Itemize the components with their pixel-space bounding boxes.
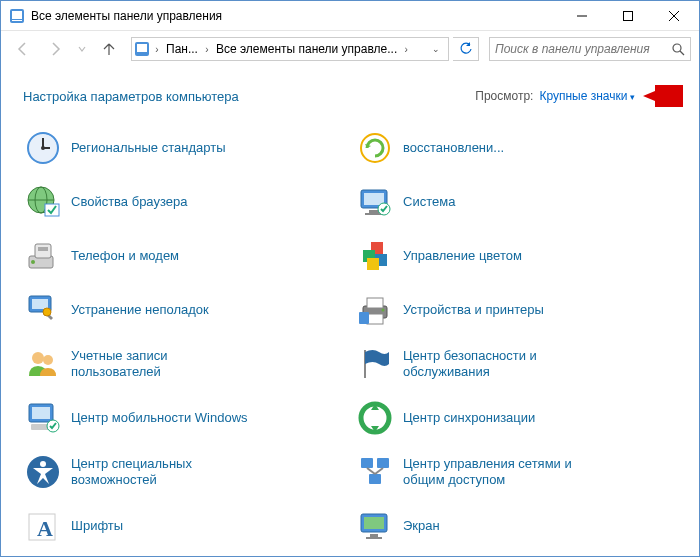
system-icon xyxy=(355,182,395,222)
item-troubleshooting[interactable]: Устранение неполадок xyxy=(23,287,351,333)
annotation-arrow xyxy=(643,85,683,107)
item-label: Устранение неполадок xyxy=(71,302,209,318)
svg-rect-1 xyxy=(12,11,22,19)
back-button[interactable] xyxy=(9,35,37,63)
svg-line-55 xyxy=(375,468,383,474)
recovery-icon xyxy=(355,128,395,168)
display-icon xyxy=(355,506,395,546)
item-label: Устройства и принтеры xyxy=(403,302,544,318)
printer-icon xyxy=(355,290,395,330)
item-sync-center[interactable]: Центр синхронизации xyxy=(355,395,683,441)
svg-point-42 xyxy=(43,355,53,365)
svg-rect-61 xyxy=(366,537,382,539)
chevron-right-icon: › xyxy=(202,44,212,55)
view-dropdown[interactable]: Крупные значки xyxy=(539,89,635,103)
svg-point-39 xyxy=(382,309,385,312)
mobility-icon xyxy=(23,398,63,438)
search-box[interactable] xyxy=(489,37,691,61)
svg-line-10 xyxy=(680,51,684,55)
minimize-button[interactable] xyxy=(559,1,605,31)
svg-rect-52 xyxy=(377,458,389,468)
forward-button[interactable] xyxy=(41,35,69,63)
item-regional[interactable]: Региональные стандарты xyxy=(23,125,351,171)
titlebar: Все элементы панели управления xyxy=(1,1,699,31)
svg-point-41 xyxy=(32,352,44,364)
breadcrumb-item[interactable]: Все элементы панели управле... xyxy=(214,42,399,56)
item-internet-options[interactable]: Свойства браузера xyxy=(23,179,351,225)
svg-rect-4 xyxy=(624,11,633,20)
item-label: Центр мобильности Windows xyxy=(71,410,248,426)
sync-icon xyxy=(355,398,395,438)
header-row: Настройка параметров компьютера Просмотр… xyxy=(23,85,683,107)
svg-point-35 xyxy=(43,308,51,316)
item-fonts[interactable]: A Шрифты xyxy=(23,503,351,549)
accessibility-icon xyxy=(23,452,63,492)
item-label: Центр специальных возможностей xyxy=(71,456,251,489)
page-title: Настройка параметров компьютера xyxy=(23,89,475,104)
search-input[interactable] xyxy=(495,42,671,56)
svg-rect-38 xyxy=(367,314,383,324)
item-label: Шрифты xyxy=(71,518,123,534)
svg-rect-45 xyxy=(32,407,50,419)
item-label: Экран xyxy=(403,518,440,534)
items-grid: Региональные стандарты восстановлени... … xyxy=(23,125,683,557)
breadcrumb[interactable]: › Пан... › Все элементы панели управле..… xyxy=(131,37,449,61)
breadcrumb-item[interactable]: Пан... xyxy=(164,42,200,56)
flag-icon xyxy=(355,344,395,384)
breadcrumb-dropdown[interactable]: ⌄ xyxy=(426,44,446,54)
globe-check-icon xyxy=(23,182,63,222)
svg-rect-40 xyxy=(359,312,369,324)
item-phone-modem[interactable]: Телефон и модем xyxy=(23,233,351,279)
view-label: Просмотр: xyxy=(475,89,533,103)
svg-rect-22 xyxy=(369,210,379,213)
item-label: Центр управления сетями и общим доступом xyxy=(403,456,583,489)
item-recovery[interactable]: восстановлени... xyxy=(355,125,683,171)
item-ease-of-access[interactable]: Центр специальных возможностей xyxy=(23,449,351,495)
item-label: Телефон и модем xyxy=(71,248,179,264)
item-label: Региональные стандарты xyxy=(71,140,225,156)
color-icon xyxy=(355,236,395,276)
svg-point-14 xyxy=(41,146,45,150)
toolbar: › Пан... › Все элементы панели управле..… xyxy=(1,31,699,67)
svg-rect-53 xyxy=(369,474,381,484)
svg-rect-21 xyxy=(364,193,384,205)
users-icon xyxy=(23,344,63,384)
phone-modem-icon xyxy=(23,236,63,276)
svg-rect-27 xyxy=(38,247,48,251)
maximize-button[interactable] xyxy=(605,1,651,31)
svg-rect-60 xyxy=(370,534,378,537)
item-user-accounts[interactable]: Учетные записи пользователей xyxy=(23,341,351,387)
control-panel-icon xyxy=(9,8,25,24)
svg-point-28 xyxy=(31,260,35,264)
svg-point-9 xyxy=(673,44,681,52)
svg-rect-34 xyxy=(32,299,48,309)
svg-rect-59 xyxy=(364,517,384,529)
item-label: восстановлени... xyxy=(403,140,504,156)
svg-rect-32 xyxy=(367,258,379,270)
up-button[interactable] xyxy=(95,35,123,63)
svg-rect-8 xyxy=(137,44,147,52)
control-panel-icon xyxy=(134,41,150,57)
svg-rect-37 xyxy=(367,298,383,308)
item-label: Свойства браузера xyxy=(71,194,187,210)
item-security-maintenance[interactable]: Центр безопасности и обслуживания xyxy=(355,341,683,387)
svg-rect-51 xyxy=(361,458,373,468)
chevron-right-icon: › xyxy=(152,44,162,55)
item-display[interactable]: Экран xyxy=(355,503,683,549)
item-mobility-center[interactable]: Центр мобильности Windows xyxy=(23,395,351,441)
svg-rect-2 xyxy=(12,20,22,21)
history-dropdown[interactable] xyxy=(73,35,91,63)
item-label: Система xyxy=(403,194,455,210)
refresh-button[interactable] xyxy=(453,37,479,61)
item-devices-printers[interactable]: Устройства и принтеры xyxy=(355,287,683,333)
item-label: Управление цветом xyxy=(403,248,522,264)
item-label: Центр безопасности и обслуживания xyxy=(403,348,583,381)
item-system[interactable]: Система xyxy=(355,179,683,225)
item-label: Учетные записи пользователей xyxy=(71,348,251,381)
item-network-sharing[interactable]: Центр управления сетями и общим доступом xyxy=(355,449,683,495)
search-icon[interactable] xyxy=(671,42,685,56)
close-button[interactable] xyxy=(651,1,697,31)
svg-point-50 xyxy=(40,461,46,467)
item-color-management[interactable]: Управление цветом xyxy=(355,233,683,279)
fonts-icon: A xyxy=(23,506,63,546)
